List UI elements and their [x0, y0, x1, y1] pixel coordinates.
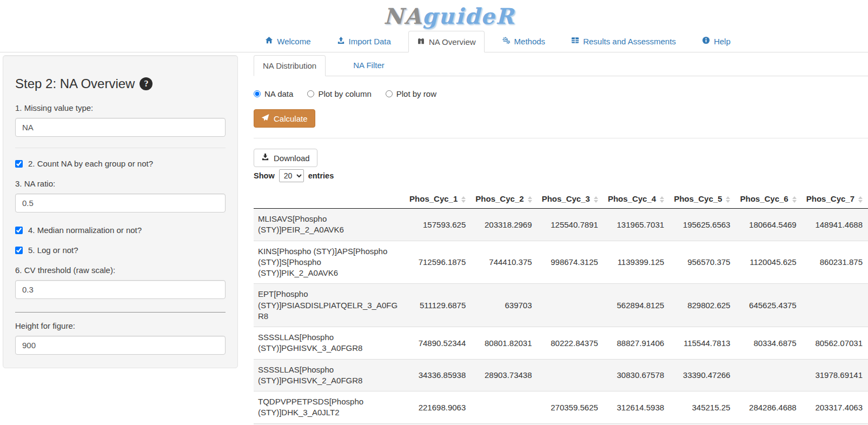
- sidebar-divider: [15, 148, 226, 148]
- column-header-phos_cyc_4[interactable]: Phos_Cyc_4: [604, 189, 670, 209]
- column-header-phos_cyc_6[interactable]: Phos_Cyc_6: [736, 189, 801, 209]
- value-cell: 1139399.125: [604, 241, 670, 284]
- binoculars-icon: [417, 37, 425, 47]
- value-cell: 221698.9063: [405, 391, 471, 424]
- sort-icon[interactable]: [726, 196, 730, 203]
- radio-na-data[interactable]: [254, 90, 261, 97]
- main-nav: Welcome Import Data NA Overview Methods …: [0, 30, 868, 52]
- row-label-cell: KINS[Phospho (STY)]APS[Phospho (STY)]S[P…: [254, 241, 405, 284]
- download-icon: [261, 153, 269, 163]
- nav-item-label: Help: [714, 37, 731, 46]
- nav-item-welcome[interactable]: Welcome: [256, 30, 319, 52]
- sort-icon[interactable]: [858, 196, 863, 203]
- missing-value-type-input[interactable]: [15, 118, 226, 137]
- column-header-phos_cyc_7[interactable]: Phos_Cyc_7: [802, 189, 868, 209]
- log-or-not-label: 5. Log or not?: [28, 245, 78, 255]
- value-cell: 157593.625: [405, 209, 471, 241]
- sort-icon[interactable]: [528, 196, 532, 203]
- radio-na-data-label: NA data: [264, 89, 293, 98]
- help-question-icon[interactable]: ?: [140, 77, 153, 90]
- value-cell: 180664.5469: [736, 209, 801, 241]
- cv-threshold-input[interactable]: [15, 280, 226, 299]
- count-na-label: 2. Count NA by each group or not?: [28, 159, 153, 168]
- value-cell: [538, 359, 604, 391]
- radio-plot-by-row[interactable]: [386, 90, 393, 97]
- sort-icon[interactable]: [461, 196, 466, 203]
- value-cell: 345215.25: [670, 391, 736, 424]
- radio-plot-by-column-label: Plot by column: [318, 89, 371, 98]
- value-cell: [471, 391, 537, 424]
- nav-item-na-overview[interactable]: NA Overview: [408, 31, 485, 52]
- value-cell: 860231.875: [802, 241, 868, 284]
- radio-plot-by-row-label: Plot by row: [396, 89, 436, 98]
- nav-item-import-data[interactable]: Import Data: [328, 30, 400, 52]
- value-cell: 712596.1875: [405, 241, 471, 284]
- home-icon: [265, 36, 273, 46]
- value-cell: [736, 359, 801, 391]
- nav-item-results-assessments[interactable]: Results and Assessments: [562, 30, 685, 52]
- subtab-na-distribution[interactable]: NA Distribution: [254, 55, 326, 76]
- sort-icon[interactable]: [792, 196, 797, 203]
- nav-item-label: NA Overview: [429, 37, 476, 47]
- median-normalization-label: 4. Median normalization or not?: [28, 225, 142, 235]
- nav-item-help[interactable]: Help: [693, 30, 739, 52]
- sort-icon[interactable]: [594, 196, 598, 203]
- row-label-cell: SSSSLLAS[Phospho (STY)]PGHISVK_3_A0FGR8: [254, 327, 405, 360]
- nav-item-methods[interactable]: Methods: [493, 30, 554, 52]
- figure-height-input[interactable]: [15, 336, 226, 355]
- column-header-phos_cyc_5[interactable]: Phos_Cyc_5: [670, 189, 736, 209]
- entries-label: entries: [308, 171, 334, 180]
- na-ratio-input[interactable]: [15, 194, 226, 212]
- download-button[interactable]: Download: [254, 149, 317, 167]
- na-ratio-label: 3. NA ratio:: [15, 179, 226, 188]
- value-cell: 80562.07031: [802, 327, 868, 360]
- value-cell: 284286.4688: [736, 391, 801, 424]
- value-cell: 829802.625: [670, 284, 736, 327]
- table-row: KINS[Phospho (STY)]APS[Phospho (STY)]S[P…: [254, 241, 868, 284]
- column-header-label: Phos_Cyc_5: [674, 194, 722, 203]
- value-cell: 203317.4063: [802, 391, 868, 424]
- table-length-control: Show 20 entries: [254, 169, 868, 182]
- log-or-not-checkbox[interactable]: [15, 247, 23, 254]
- value-cell: [538, 284, 604, 327]
- value-cell: 270359.5625: [538, 391, 604, 424]
- column-header-phos_cyc_2[interactable]: Phos_Cyc_2: [471, 189, 537, 209]
- table-row: SSSSLLAS[Phospho (STY)]PGHISVK_2_A0FGR83…: [254, 359, 868, 391]
- show-label: Show: [254, 171, 275, 180]
- gears-icon: [502, 36, 511, 46]
- value-cell: 562894.8125: [604, 284, 670, 327]
- send-icon: [261, 114, 269, 123]
- download-button-label: Download: [274, 154, 310, 163]
- column-header-phos_cyc_1[interactable]: Phos_Cyc_1: [405, 189, 471, 209]
- value-cell: 115544.7813: [670, 327, 736, 360]
- column-header-label: Phos_Cyc_4: [608, 194, 656, 203]
- column-header-label: Phos_Cyc_6: [740, 194, 788, 203]
- column-header-label: Phos_Cyc_2: [475, 194, 524, 203]
- row-id-column-header: [254, 189, 405, 209]
- sort-icon[interactable]: [660, 196, 664, 203]
- value-cell: 511129.6875: [405, 284, 471, 327]
- table-icon: [571, 36, 579, 46]
- calculate-button[interactable]: Calculate: [254, 109, 315, 128]
- value-cell: 195625.6563: [670, 209, 736, 241]
- missing-value-type-label: 1. Missing value type:: [15, 103, 226, 112]
- content-divider: [254, 138, 868, 138]
- median-normalization-checkbox[interactable]: [15, 227, 23, 234]
- nav-item-label: Welcome: [277, 37, 310, 46]
- row-label-cell: SSSSLLAS[Phospho (STY)]PGHISVK_2_A0FGR8: [254, 359, 405, 391]
- value-cell: 125540.7891: [538, 209, 604, 241]
- table-row: EPT[Phospho (STY)]PSIASDISLPIATQELR_3_A0…: [254, 284, 868, 327]
- value-cell: 203318.2969: [471, 209, 537, 241]
- subtab-na-filter[interactable]: NA Filter: [344, 55, 394, 76]
- value-cell: 639703: [471, 284, 537, 327]
- row-label-cell: EPT[Phospho (STY)]PSIASDISLPIATQELR_3_A0…: [254, 284, 405, 327]
- nav-item-label: Import Data: [349, 37, 391, 46]
- page-length-select[interactable]: 20: [279, 169, 304, 182]
- sidebar-divider-dark: [15, 312, 226, 313]
- value-cell: 744410.375: [471, 241, 537, 284]
- count-na-checkbox[interactable]: [15, 160, 23, 168]
- column-header-label: Phos_Cyc_7: [806, 194, 854, 203]
- main-panel: NA Distribution NA Filter NA data Plot b…: [254, 55, 868, 425]
- column-header-phos_cyc_3[interactable]: Phos_Cyc_3: [538, 189, 604, 209]
- radio-plot-by-column[interactable]: [307, 90, 314, 97]
